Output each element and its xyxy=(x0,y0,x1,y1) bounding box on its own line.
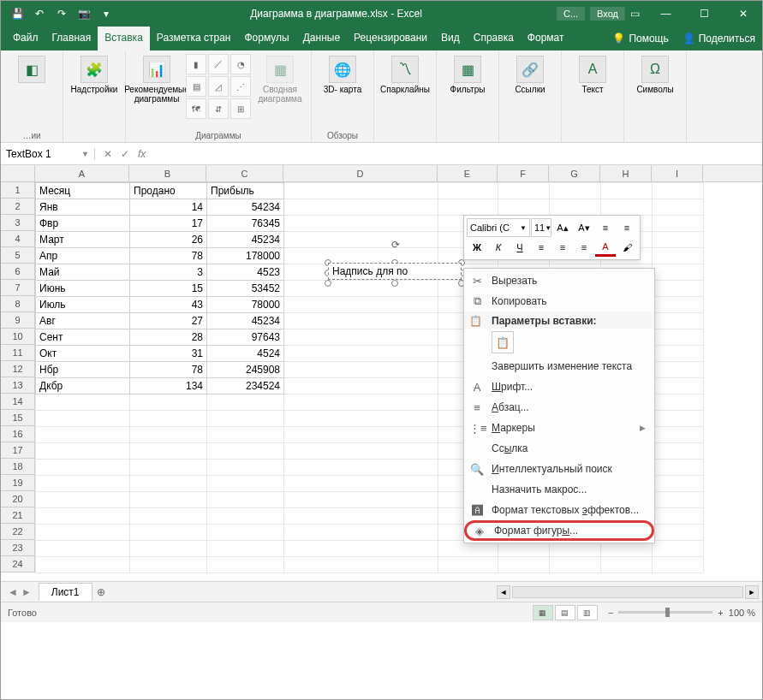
resize-handle[interactable] xyxy=(391,280,398,287)
camera-icon[interactable]: 📷 xyxy=(75,4,93,23)
chart-combo-icon[interactable]: ⊞ xyxy=(230,98,251,119)
cell[interactable] xyxy=(284,443,438,460)
tab-format[interactable]: Формат xyxy=(521,27,571,50)
cell[interactable]: Фвр xyxy=(36,216,130,232)
cell[interactable] xyxy=(207,443,284,460)
cell[interactable]: 17 xyxy=(130,216,207,232)
ctx-font[interactable]: AШрифт... xyxy=(464,377,654,397)
cell[interactable] xyxy=(438,557,498,573)
links-button[interactable]: 🔗Ссылки xyxy=(504,54,556,96)
share-button[interactable]: 👤Поделиться xyxy=(676,27,762,50)
shrink-font-icon[interactable]: A▾ xyxy=(574,218,594,237)
addins-clip-button[interactable]: ◧ xyxy=(6,54,57,85)
row-headers[interactable]: 123456789101112131415161718192021222324 xyxy=(1,182,35,572)
ctx-smart-lookup[interactable]: 🔍Интеллектуальный поиск xyxy=(464,459,654,479)
ctx-copy[interactable]: ⧉Копировать xyxy=(464,291,654,311)
ctx-link[interactable]: Ссылка xyxy=(464,438,654,459)
chart-stock-icon[interactable]: ⇵ xyxy=(208,98,229,119)
ctx-cut[interactable]: ✂Вырезать xyxy=(464,270,654,291)
zoom-out-button[interactable]: − xyxy=(608,608,613,618)
cell[interactable] xyxy=(36,541,130,557)
resize-handle[interactable] xyxy=(325,280,331,287)
tab-formulas[interactable]: Формулы xyxy=(237,27,295,50)
cell[interactable] xyxy=(284,248,438,264)
row-header[interactable]: 6 xyxy=(1,264,35,280)
cell[interactable] xyxy=(130,525,207,541)
cell[interactable] xyxy=(284,411,438,427)
cell[interactable] xyxy=(653,216,704,232)
tab-page-layout[interactable]: Разметка стран xyxy=(150,27,238,50)
addins-button[interactable]: 🧩Надстройки xyxy=(69,54,120,96)
cell[interactable]: 78000 xyxy=(207,297,284,313)
zoom-in-button[interactable]: + xyxy=(718,608,723,618)
cell[interactable]: Дкбр xyxy=(36,378,130,394)
cell[interactable] xyxy=(653,460,704,476)
cell[interactable] xyxy=(284,476,438,492)
row-header[interactable]: 16 xyxy=(1,426,35,442)
cell[interactable] xyxy=(36,394,130,411)
italic-button[interactable]: К xyxy=(488,238,509,257)
cell[interactable] xyxy=(550,557,601,573)
cell[interactable] xyxy=(36,508,130,525)
cell[interactable] xyxy=(498,199,550,216)
cell[interactable] xyxy=(284,281,438,297)
cell[interactable]: Апр xyxy=(36,248,130,264)
cell[interactable]: Авг xyxy=(36,313,130,329)
cell[interactable] xyxy=(36,460,130,476)
cell[interactable] xyxy=(36,492,130,508)
row-header[interactable]: 14 xyxy=(1,394,35,410)
cell[interactable] xyxy=(653,443,704,460)
cell[interactable] xyxy=(130,492,207,508)
cell[interactable] xyxy=(36,525,130,541)
grow-font-icon[interactable]: A▴ xyxy=(552,218,573,237)
tab-help[interactable]: Справка xyxy=(467,27,521,50)
tab-data[interactable]: Данные xyxy=(296,27,347,50)
ctx-exit-edit-text[interactable]: Завершить изменение текста xyxy=(464,356,654,377)
sheet-tab-active[interactable]: Лист1 xyxy=(39,583,92,601)
page-break-view-icon[interactable]: ▥ xyxy=(577,605,598,620)
cell[interactable]: 178000 xyxy=(207,248,284,264)
cell[interactable] xyxy=(207,508,284,525)
cell[interactable] xyxy=(130,394,207,411)
cell[interactable] xyxy=(438,183,498,199)
cell[interactable] xyxy=(284,378,438,394)
cell[interactable] xyxy=(653,394,704,411)
cell[interactable] xyxy=(284,216,438,232)
chevron-down-icon[interactable]: ▼ xyxy=(81,150,89,158)
cell[interactable] xyxy=(36,443,130,460)
col-header[interactable]: B xyxy=(129,165,206,181)
cell[interactable] xyxy=(284,557,438,573)
cell[interactable] xyxy=(653,411,704,427)
redo-icon[interactable]: ↷ xyxy=(52,4,71,23)
col-header[interactable]: G xyxy=(549,165,600,181)
cell[interactable] xyxy=(653,183,704,199)
chart-area-icon[interactable]: ◿ xyxy=(208,76,229,97)
cell[interactable]: 76345 xyxy=(207,216,284,232)
cell[interactable] xyxy=(130,460,207,476)
sparklines-button[interactable]: 〽Спарклайны xyxy=(379,54,431,96)
cell[interactable] xyxy=(207,394,284,411)
cell[interactable] xyxy=(130,411,207,427)
tab-file[interactable]: Файл xyxy=(6,27,45,50)
cell[interactable]: 43 xyxy=(130,297,207,313)
cell[interactable] xyxy=(653,199,704,216)
page-layout-view-icon[interactable]: ▤ xyxy=(555,605,575,620)
recommended-charts-button[interactable]: 📊Рекомендуемые диаграммы xyxy=(131,54,182,105)
cell[interactable] xyxy=(207,557,284,573)
cell[interactable] xyxy=(207,411,284,427)
zoom-slider[interactable] xyxy=(618,611,712,614)
cell[interactable]: Сент xyxy=(36,329,130,346)
qat-customize-icon[interactable]: ▾ xyxy=(97,4,116,23)
row-header[interactable]: 7 xyxy=(1,280,35,296)
textbox-shape[interactable]: Надпись для по xyxy=(328,263,462,280)
overflow-indicator[interactable]: С... xyxy=(557,7,585,21)
cell[interactable] xyxy=(550,199,601,216)
cell[interactable] xyxy=(207,460,284,476)
sign-in-button[interactable]: Вход xyxy=(590,7,625,21)
cell[interactable]: 31 xyxy=(130,346,207,362)
ctx-assign-macro[interactable]: Назначить макрос... xyxy=(464,479,654,500)
ribbon-display-icon[interactable]: ▭ xyxy=(630,8,640,20)
cell[interactable] xyxy=(653,557,704,573)
cell[interactable]: 28 xyxy=(130,329,207,346)
cell[interactable] xyxy=(207,476,284,492)
